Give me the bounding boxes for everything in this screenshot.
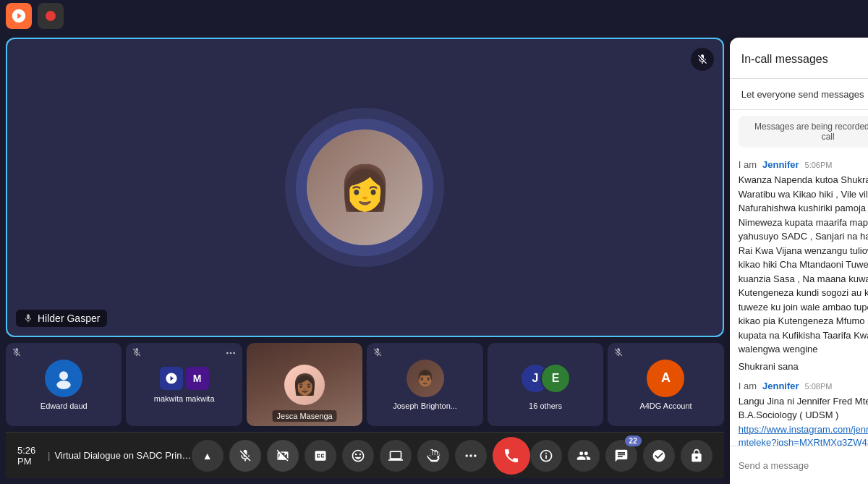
makwita-name: makwita makwita xyxy=(151,394,218,403)
video-area: 👩 Hilder Gasper xyxy=(0,32,730,484)
msg-text-2: Langu Jina ni Jennifer Fred Mteleke B.A.… xyxy=(739,394,868,423)
chat-panel: In-call messages ✕ Let everyone send mes… xyxy=(730,38,868,484)
main-avatar-img: 👩 xyxy=(307,130,422,245)
msg-header-2: I am Jennifer 5:08PM xyxy=(739,381,868,391)
svg-point-2 xyxy=(226,352,229,354)
thumbnail-a4dg[interactable]: A A4DG Account xyxy=(608,343,723,426)
thumbnail-others[interactable]: J E 16 others xyxy=(488,343,603,426)
makwita-icon2-label: M xyxy=(193,373,202,384)
joseph-avatar: 👨🏾 xyxy=(407,360,444,397)
svg-point-6 xyxy=(469,454,472,457)
msg-sender-2: Jennifer xyxy=(762,381,799,391)
end-call-button[interactable] xyxy=(493,437,530,475)
chat-badge: 22 xyxy=(625,436,642,446)
others-count: 16 others xyxy=(526,402,565,410)
edward-mute-icon xyxy=(12,347,22,360)
message-jennifer-2: I am Jennifer 5:08PM Langu Jina ni Jenni… xyxy=(739,381,868,446)
joseph-mute-icon xyxy=(373,347,383,360)
recording-dot xyxy=(46,11,56,21)
msg-thanks-1: Shukrani sana xyxy=(739,361,868,372)
makwita-icon2: M xyxy=(186,367,209,390)
captions-button[interactable] xyxy=(305,440,336,472)
svg-point-5 xyxy=(465,454,467,457)
chat-title: In-call messages xyxy=(741,53,828,66)
top-bar xyxy=(0,0,868,32)
thumbnail-strip: Edward daud xyxy=(6,343,724,426)
joseph-name: Joseph Brighton... xyxy=(390,402,460,410)
recording-notice: Messages are being recorded with the cal… xyxy=(739,116,868,148)
svg-point-4 xyxy=(233,352,235,354)
thumbnail-joseph[interactable]: 👨🏾 Joseph Brighton... xyxy=(367,343,482,426)
svg-point-7 xyxy=(474,454,476,457)
activities-button[interactable] xyxy=(643,440,675,472)
chat-messages[interactable]: I am Jennifer 5:06PM Kwanza Napenda kuto… xyxy=(730,153,868,446)
control-bar: 5:26 PM | Virtual Dialogue on SADC Princ… xyxy=(6,432,724,478)
edward-avatar xyxy=(45,360,82,397)
chat-header: In-call messages ✕ xyxy=(730,38,868,79)
a4dg-name: A4DG Account xyxy=(637,402,694,410)
makwita-icon1 xyxy=(160,367,183,390)
thumbnail-makwita[interactable]: M makwita makwita xyxy=(126,343,242,426)
mute-mic-button[interactable] xyxy=(229,440,261,472)
msg-time-1: 5:06PM xyxy=(805,161,833,169)
chat-input-area xyxy=(730,446,868,484)
present-button[interactable] xyxy=(380,440,412,472)
msg-text-1: Kwanza Napenda kutoa Shukrani Kwa Warati… xyxy=(739,173,868,357)
chat-message-input[interactable] xyxy=(739,460,860,471)
others-avatars: J E xyxy=(520,360,571,397)
speaker-name-badge: Hilder Gasper xyxy=(16,310,107,327)
msg-link-2[interactable]: https://www.instagram.com/jennifer_fred_… xyxy=(739,424,868,446)
people-button[interactable] xyxy=(568,440,600,472)
control-left: 5:26 PM | Virtual Dialogue on SADC Princ… xyxy=(17,445,192,467)
msg-prefix-2: I am xyxy=(739,381,757,391)
others-avatar-2: E xyxy=(540,363,571,394)
recording-badge xyxy=(38,3,64,29)
main-container: 👩 Hilder Gasper xyxy=(0,32,868,484)
chevron-up-button[interactable]: ▲ xyxy=(192,440,224,472)
call-time: 5:26 PM xyxy=(17,445,43,467)
message-jennifer-1: I am Jennifer 5:06PM Kwanza Napenda kuto… xyxy=(739,159,868,372)
msg-header-1: I am Jennifer 5:06PM xyxy=(739,159,868,170)
app-icon xyxy=(6,3,32,29)
thumbnail-jesca[interactable]: 👩🏾 Jesca Masenga xyxy=(247,343,362,426)
raise-hand-button[interactable] xyxy=(417,440,449,472)
jesca-name: Jesca Masenga xyxy=(273,410,337,422)
msg-sender-1: Jennifer xyxy=(762,159,799,170)
edward-name: Edward daud xyxy=(38,402,90,410)
msg-time-2: 5:08PM xyxy=(805,382,833,391)
svg-point-3 xyxy=(230,352,232,354)
jesca-face: 👩🏾 xyxy=(284,365,325,405)
svg-point-0 xyxy=(59,371,68,380)
lock-button[interactable] xyxy=(681,440,712,472)
toggle-label: Let everyone send messages xyxy=(741,89,864,100)
meeting-title: Virtual Dialogue on SADC Principles of D… xyxy=(54,450,191,461)
main-audio-icon xyxy=(691,48,714,71)
toggle-video-button[interactable] xyxy=(267,440,299,472)
video-outer-ring: 👩 xyxy=(285,108,444,267)
video-mid-ring: 👩 xyxy=(296,119,433,256)
msg-prefix-1: I am xyxy=(739,159,757,170)
separator: | xyxy=(48,450,50,461)
makwita-mute-icon xyxy=(132,347,142,360)
makwita-icons: M xyxy=(160,367,209,390)
chat-toggle-row: Let everyone send messages xyxy=(730,79,868,110)
thumbnail-edward[interactable]: Edward daud xyxy=(6,343,122,426)
control-center: ▲ xyxy=(192,437,530,475)
main-speaker-avatar: 👩 xyxy=(307,130,422,245)
chat-button-wrapper: 22 xyxy=(605,440,637,472)
makwita-more-icon[interactable] xyxy=(225,347,237,361)
main-video: 👩 Hilder Gasper xyxy=(6,38,724,337)
control-right: 22 xyxy=(530,440,712,472)
a4dg-mute-icon xyxy=(613,347,624,360)
speaker-name: Hilder Gasper xyxy=(38,313,100,324)
more-options-button[interactable] xyxy=(455,440,487,472)
a4dg-avatar: A xyxy=(647,360,684,397)
svg-point-1 xyxy=(56,381,71,389)
info-button[interactable] xyxy=(530,440,562,472)
emoji-button[interactable] xyxy=(342,440,374,472)
